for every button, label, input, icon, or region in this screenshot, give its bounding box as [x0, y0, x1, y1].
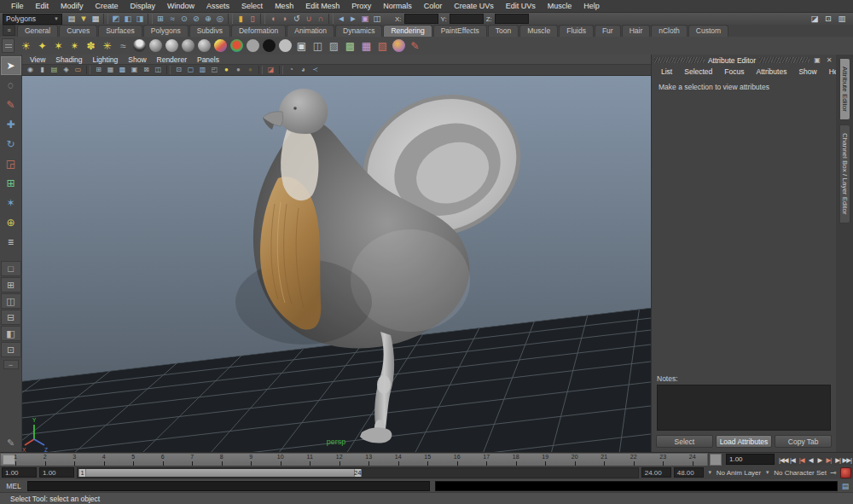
close-icon[interactable]: ✕	[825, 56, 833, 64]
toggle-attribute-editor-icon[interactable]: ◪	[809, 14, 821, 24]
lock-selection-icon[interactable]: ▮	[235, 14, 247, 24]
vp-menu-lighting[interactable]: Lighting	[87, 55, 123, 64]
env-sphere-icon[interactable]	[133, 39, 146, 52]
snap-view-icon[interactable]: ⊘	[190, 14, 202, 24]
shelf-tab-toon[interactable]: Toon	[488, 25, 519, 37]
lasso-select-tool[interactable]: ◌	[1, 76, 21, 95]
go-to-start-button[interactable]: |◀◀	[779, 456, 788, 464]
anim-layer-dropdown[interactable]: No Anim Layer	[717, 469, 761, 477]
playback-range-bar[interactable]: 1 24	[78, 469, 362, 477]
go-to-end-button[interactable]: ▶▶|	[842, 456, 851, 464]
timeline-frame[interactable]: 18	[502, 454, 531, 466]
directional-light-icon[interactable]: ✶	[51, 38, 66, 53]
ae-menu-show[interactable]: Show	[792, 67, 822, 76]
separator[interactable]	[148, 14, 153, 24]
batch-render-icon[interactable]	[392, 39, 405, 52]
shelf-tab-fluids[interactable]: Fluids	[559, 25, 594, 37]
paint-effects-brush-icon[interactable]: ✎	[408, 38, 422, 53]
universal-manipulator-tool[interactable]: ⊞	[1, 174, 21, 193]
light-gray-sphere-icon[interactable]	[279, 39, 292, 52]
ramp-sphere-icon[interactable]	[230, 39, 243, 52]
select-camera-icon[interactable]: ◉	[25, 66, 36, 74]
construction-history-icon[interactable]: ↺	[291, 14, 303, 24]
rainbow-sphere-icon[interactable]	[214, 39, 227, 52]
layout-outliner-persp-button[interactable]: ⊡	[1, 342, 21, 357]
show-manipulator-tool[interactable]: ⊕	[1, 213, 21, 232]
black-sphere-icon[interactable]	[263, 39, 276, 52]
layout-three-pane-button[interactable]: ◧	[1, 326, 21, 341]
play-forwards-button[interactable]: ▶	[815, 456, 825, 464]
select-object-icon[interactable]: ◧	[122, 14, 134, 24]
timeline-frame[interactable]: 3	[60, 454, 90, 466]
playback-start-field[interactable]: 1.00	[39, 467, 74, 478]
step-back-frame-button[interactable]: |◀	[797, 456, 806, 464]
ipr-render-icon[interactable]: ▣	[359, 14, 371, 24]
mel-label[interactable]: MEL	[0, 482, 27, 490]
viewport-3d-scene[interactable]: persp Y X Z	[22, 76, 651, 454]
phong-sphere-icon[interactable]	[182, 39, 194, 52]
menu-create[interactable]: Create	[90, 2, 125, 10]
shelf-tab-subdivs[interactable]: Subdivs	[189, 25, 230, 37]
vp-menu-panels[interactable]: Panels	[192, 55, 224, 64]
shelf-tab-painteffects[interactable]: PaintEffects	[433, 25, 487, 37]
snap-magnet-icon[interactable]: ∪	[303, 14, 315, 24]
chevron-down-icon[interactable]: ▼	[706, 470, 714, 475]
toggle-tool-settings-icon[interactable]: ⊡	[822, 14, 834, 24]
layout-two-pane-side-button[interactable]: ◫	[1, 293, 21, 309]
range-start-handle[interactable]: 1	[78, 469, 86, 477]
character-set-dropdown[interactable]: No Character Set	[774, 469, 827, 477]
current-time-field[interactable]: 1.00	[726, 454, 775, 465]
tear-off-icon[interactable]: ▣	[813, 56, 821, 64]
menu-modify[interactable]: Modify	[55, 2, 90, 10]
selection-mode-dropdown[interactable]: Polygons ▼	[3, 14, 62, 25]
shelf-tab-general[interactable]: General	[17, 25, 58, 37]
y-input[interactable]	[450, 14, 484, 24]
menu-edit-uvs[interactable]: Edit UVs	[500, 2, 542, 10]
timeline-frame[interactable]: 13	[354, 454, 384, 466]
mel-input[interactable]	[27, 481, 430, 491]
shelf-tab-curves[interactable]: Curves	[59, 25, 97, 37]
separator[interactable]	[258, 66, 263, 74]
timeline-frame[interactable]: 5	[119, 454, 148, 466]
side-tab-channel-box[interactable]: Channel Box / Layer Editor	[839, 125, 850, 223]
command-result-field[interactable]	[435, 481, 838, 491]
timeline-frame[interactable]: 14	[384, 454, 414, 466]
shading-map-icon[interactable]: ≈	[116, 38, 131, 53]
snap-surface-icon[interactable]: ⊕	[202, 14, 214, 24]
textured-icon[interactable]: ▩	[117, 66, 128, 74]
step-back-key-button[interactable]: |◀	[788, 456, 798, 464]
anisotropic-sphere-icon[interactable]	[198, 39, 211, 52]
range-end-handle[interactable]: 24	[354, 469, 362, 477]
menu-create-uvs[interactable]: Create UVs	[448, 2, 500, 10]
timeline-frame[interactable]: 21	[589, 454, 619, 466]
separator[interactable]	[86, 66, 90, 74]
soft-modification-tool[interactable]: ✶	[1, 194, 21, 212]
shelf-tab-hair[interactable]: Hair	[622, 25, 651, 37]
notes-textarea[interactable]	[657, 385, 831, 431]
step-forward-frame-button[interactable]: ▶|	[824, 456, 833, 464]
set-key-icon[interactable]: ⊸	[829, 468, 838, 477]
highlight-selection-icon[interactable]: ▯	[247, 14, 258, 24]
menu-help[interactable]: Help	[577, 2, 606, 10]
timeline-frame[interactable]: 12	[325, 454, 355, 466]
separator[interactable]	[279, 66, 283, 74]
hypershade-shelf-icon[interactable]: ▦	[359, 38, 374, 53]
render-layer-shelf-icon[interactable]: ▧	[375, 38, 390, 53]
paint-select-tool[interactable]: ✎	[1, 96, 21, 114]
sculpt-brush-icon[interactable]: ✎	[7, 437, 15, 449]
timeline-frame[interactable]: 4	[90, 454, 119, 466]
timeline-frame[interactable]: 24	[678, 454, 708, 466]
timeline-frame[interactable]: 20	[560, 454, 590, 466]
shelf-tab-surfaces[interactable]: Surfaces	[98, 25, 142, 37]
plugin-shading-icon[interactable]: ≺	[310, 66, 321, 74]
viewport-canvas[interactable]: persp Y X Z	[22, 76, 651, 452]
no-lights-icon[interactable]: ●	[245, 66, 256, 74]
bookmark-icon[interactable]: ◈	[61, 66, 72, 74]
select-tool[interactable]: ➤	[1, 56, 21, 75]
select-button[interactable]: Select	[656, 435, 713, 448]
make-live-icon[interactable]: ◎	[214, 14, 226, 24]
volume-light-icon[interactable]: ✽	[84, 38, 98, 53]
image-plane-icon[interactable]: ▭	[73, 66, 84, 74]
shelf-tab-dynamics[interactable]: Dynamics	[335, 25, 382, 37]
copy-tab-button[interactable]: Copy Tab	[775, 435, 832, 448]
